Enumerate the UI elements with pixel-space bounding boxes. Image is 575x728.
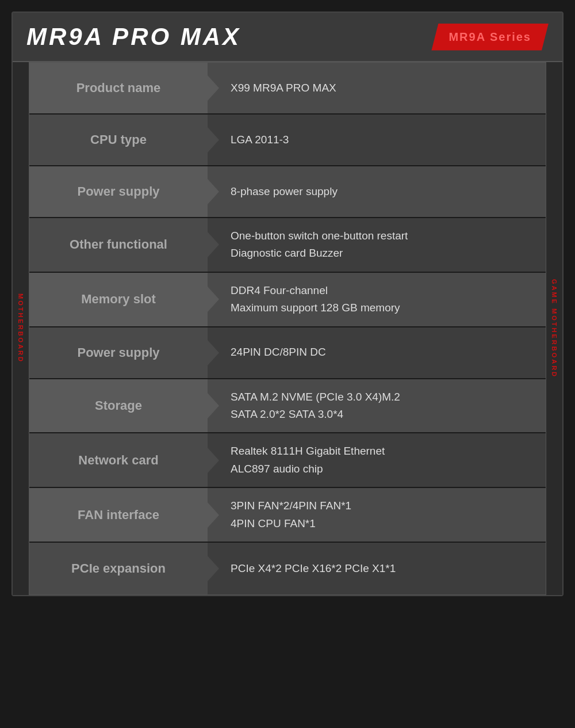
spec-value: One-button switch one-button restartDiag…	[231, 227, 408, 262]
spec-value: 8-phase power supply	[231, 183, 338, 200]
spec-label: Network card	[78, 453, 158, 468]
table-row: Product nameX99 MR9A PRO MAX	[29, 63, 546, 115]
spec-label-cell: Memory slot	[29, 273, 208, 326]
spec-value: SATA M.2 NVME (PCIe 3.0 X4)M.2SATA 2.0*2…	[231, 388, 400, 424]
spec-value: 3PIN FAN*2/4PIN FAN*14PIN CPU FAN*1	[231, 497, 351, 532]
table-row: StorageSATA M.2 NVME (PCIe 3.0 X4)M.2SAT…	[29, 379, 546, 434]
spec-value: PCIe X4*2 PCIe X16*2 PCIe X1*1	[231, 560, 396, 577]
spec-value: LGA 2011-3	[231, 131, 289, 148]
spec-label-cell: Power supply	[29, 327, 208, 378]
spec-label: Product name	[76, 81, 161, 96]
table-row: Power supply24PIN DC/8PIN DC	[29, 327, 546, 379]
spec-value-cell: PCIe X4*2 PCIe X16*2 PCIe X1*1	[208, 543, 546, 594]
spec-label: Power supply	[77, 184, 159, 199]
spec-label-cell: Storage	[29, 379, 208, 433]
spec-label-cell: CPU type	[29, 115, 208, 165]
spec-value-cell: 24PIN DC/8PIN DC	[208, 327, 546, 378]
spec-value-cell: SATA M.2 NVME (PCIe 3.0 X4)M.2SATA 2.0*2…	[208, 379, 546, 433]
spec-value-cell: 8-phase power supply	[208, 166, 546, 217]
product-title: MR9A PRO MAX	[26, 23, 241, 51]
table-row: Memory slotDDR4 Four-channelMaximum supp…	[29, 273, 546, 327]
spec-label-cell: Other functional	[29, 218, 208, 272]
spec-label: Memory slot	[81, 292, 156, 307]
specs-table: Product nameX99 MR9A PRO MAXCPU typeLGA …	[29, 62, 546, 595]
table-row: PCIe expansionPCIe X4*2 PCIe X16*2 PCIe …	[29, 543, 546, 594]
spec-label: FAN interface	[78, 508, 159, 523]
spec-value-cell: LGA 2011-3	[208, 115, 546, 165]
table-row: Power supply8-phase power supply	[29, 166, 546, 218]
spec-value: DDR4 Four-channelMaximum support 128 GB …	[231, 282, 400, 317]
table-row: Other functionalOne-button switch one-bu…	[29, 218, 546, 273]
spec-value-cell: X99 MR9A PRO MAX	[208, 63, 546, 113]
spec-label-cell: PCIe expansion	[29, 543, 208, 594]
spec-label: Storage	[95, 398, 142, 413]
right-accent-bar: GAME MOTHERBOARD	[546, 62, 562, 595]
spec-value-cell: 3PIN FAN*2/4PIN FAN*14PIN CPU FAN*1	[208, 488, 546, 542]
table-row: CPU typeLGA 2011-3	[29, 115, 546, 166]
left-accent-bar: MOTHERBOARD	[13, 62, 29, 595]
spec-value: X99 MR9A PRO MAX	[231, 79, 336, 97]
table-row: FAN interface3PIN FAN*2/4PIN FAN*14PIN C…	[29, 488, 546, 543]
spec-label: Other functional	[70, 237, 167, 252]
spec-value: 24PIN DC/8PIN DC	[231, 344, 326, 361]
left-vertical-text: MOTHERBOARD	[17, 294, 24, 363]
series-badge: MR9A Series	[431, 24, 549, 51]
header-section: MR9A PRO MAX MR9A Series	[13, 13, 562, 62]
right-vertical-text: GAME MOTHERBOARD	[551, 279, 558, 378]
table-row: Network cardRealtek 8111H Gigabit Ethern…	[29, 433, 546, 488]
spec-label-cell: Network card	[29, 433, 208, 487]
spec-label-cell: FAN interface	[29, 488, 208, 542]
spec-label-cell: Power supply	[29, 166, 208, 217]
spec-label-cell: Product name	[29, 63, 208, 113]
spec-value-cell: One-button switch one-button restartDiag…	[208, 218, 546, 272]
spec-label: CPU type	[90, 132, 147, 147]
spec-value: Realtek 8111H Gigabit EthernetALC897 aud…	[231, 443, 385, 478]
spec-value-cell: DDR4 Four-channelMaximum support 128 GB …	[208, 273, 546, 326]
spec-label: PCIe expansion	[71, 561, 166, 576]
spec-value-cell: Realtek 8111H Gigabit EthernetALC897 aud…	[208, 433, 546, 487]
spec-label: Power supply	[77, 345, 159, 360]
